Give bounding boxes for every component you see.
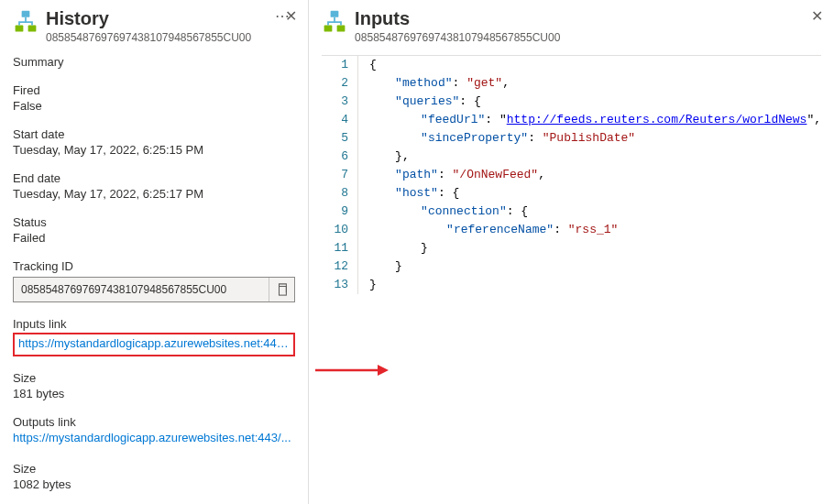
json-editor[interactable]: 12345678910111213 {"method": "get","quer… [322,55,821,294]
history-id: 08585487697697438107948567855CU00 [46,31,266,44]
history-title: History [46,7,266,29]
history-header: History 08585487697697438107948567855CU0… [13,7,295,44]
outputs-link[interactable]: https://mystandardlogicapp.azurewebsites… [13,431,291,444]
tracking-id-input[interactable] [14,279,269,300]
status-label: Status [13,215,295,229]
inputs-link[interactable]: https://mystandardlogicapp.azurewebsites… [18,336,290,350]
fired-label: Fired [13,83,295,97]
svg-rect-3 [279,287,286,296]
svg-marker-5 [378,365,389,376]
start-date-label: Start date [13,127,295,141]
inputs-link-highlight: https://mystandardlogicapp.azurewebsites… [13,333,295,356]
inputs-panel: ✕ Inputs 08585487697697438107948567855CU… [309,0,834,504]
outputs-link-label: Outputs link [13,415,295,429]
inputs-size-value: 181 bytes [13,387,295,400]
workflow-icon [322,9,347,35]
close-icon[interactable]: ✕ [285,9,297,24]
status-value: Failed [13,231,295,245]
outputs-size-value: 1082 bytes [13,477,295,491]
inputs-size-label: Size [13,371,295,385]
line-gutter: 12345678910111213 [322,56,358,294]
tracking-id-field [13,277,295,302]
start-date-value: Tuesday, May 17, 2022, 6:25:15 PM [13,143,295,157]
workflow-icon [13,9,38,35]
history-panel: ✕ History 08585487697697438107948567855C… [0,0,309,504]
tracking-id-label: Tracking ID [13,259,295,273]
inputs-link-label: Inputs link [13,317,295,331]
outputs-size-label: Size [13,462,295,476]
svg-rect-0 [22,11,30,17]
arrow-icon [315,363,389,380]
inputs-id: 08585487697697438107948567855CU00 [355,31,821,44]
summary-label: Summary [13,55,295,69]
json-code: {"method": "get","queries": {"feedUrl": … [358,56,821,294]
svg-rect-6 [331,11,339,17]
close-icon[interactable]: ✕ [811,9,823,24]
end-date-value: Tuesday, May 17, 2022, 6:25:17 PM [13,187,295,201]
svg-rect-7 [324,26,333,32]
inputs-title: Inputs [355,7,821,29]
fired-value: False [13,99,295,113]
copy-icon[interactable] [269,278,294,301]
inputs-header: Inputs 08585487697697438107948567855CU00 [322,7,821,44]
svg-rect-2 [28,26,37,32]
svg-rect-1 [16,26,24,32]
svg-rect-8 [337,26,346,32]
end-date-label: End date [13,171,295,185]
